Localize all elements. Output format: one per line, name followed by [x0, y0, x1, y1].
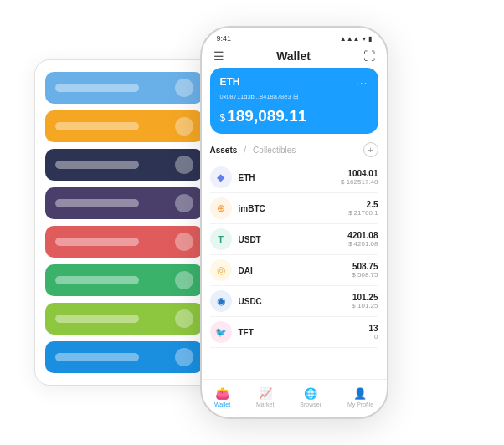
usdt-asset-amount: 4201.08	[347, 231, 378, 240]
usdc-asset-name: USDC	[239, 297, 352, 306]
usdt-asset-icon: T	[210, 228, 232, 250]
assets-tabs: Assets / Collectibles	[210, 146, 296, 155]
phone-header: ☰ Wallet ⛶	[202, 46, 387, 68]
tft-asset-icon: 🐦	[210, 321, 232, 343]
phone-body: ETH ··· 0x08711d3b...8418a78e3 ⊞ $189,08…	[202, 68, 387, 379]
usdc-asset-usd: $ 101.25	[352, 302, 378, 309]
nav-browser[interactable]: 🌐 Browser	[300, 387, 321, 407]
usdt-asset-usd: $ 4201.08	[347, 240, 378, 248]
bg-row-text-1	[55, 84, 139, 92]
bg-row-text-8	[55, 353, 139, 361]
phone: 9:41 ▲▲▲ ▾ ▮ ☰ Wallet ⛶ ETH ··· 0x08711d…	[200, 26, 388, 419]
bg-row-4	[45, 187, 203, 219]
bg-row-2	[45, 110, 203, 142]
battery-icon: ▮	[368, 35, 372, 43]
assets-header: Assets / Collectibles +	[210, 142, 378, 157]
scene: 9:41 ▲▲▲ ▾ ▮ ☰ Wallet ⛶ ETH ··· 0x08711d…	[9, 9, 495, 436]
eth-currency-symbol: $	[220, 112, 226, 124]
asset-list: ◆ ETH 1004.01 $ 162517.48 ⊕ imBTC 2.5	[210, 162, 378, 379]
page-title: Wallet	[276, 49, 311, 63]
add-asset-button[interactable]: +	[363, 142, 378, 157]
bg-row-text-3	[55, 161, 139, 169]
bg-row-5	[45, 226, 203, 258]
usdc-asset-icon: ◉	[210, 290, 232, 312]
eth-label: ETH	[220, 76, 240, 88]
bg-row-text-2	[55, 122, 139, 130]
profile-nav-icon: 👤	[353, 387, 367, 400]
asset-row-tft[interactable]: 🐦 TFT 13 0	[210, 317, 378, 348]
bg-row-1	[45, 72, 203, 104]
tab-collectibles[interactable]: Collectibles	[253, 146, 296, 155]
market-nav-icon: 📈	[259, 387, 272, 400]
bg-row-text-7	[55, 315, 139, 323]
wifi-icon: ▾	[363, 35, 366, 43]
asset-row-dai[interactable]: ◎ DAI 508.75 $ 508.75	[210, 255, 378, 286]
status-time: 9:41	[217, 34, 232, 43]
eth-menu-dots[interactable]: ···	[356, 76, 368, 90]
eth-amount-value: 189,089.11	[227, 107, 306, 125]
imbtc-asset-usd: $ 21760.1	[348, 209, 378, 217]
bg-row-icon-1	[175, 79, 193, 97]
bottom-nav: 👛 Wallet 📈 Market 🌐 Browser 👤 My Profile	[202, 379, 387, 417]
bg-row-icon-5	[175, 233, 193, 251]
tft-asset-name: TFT	[239, 328, 369, 337]
usdt-asset-name: USDT	[239, 235, 348, 244]
dai-icon-symbol: ◎	[217, 264, 225, 276]
signal-icon: ▲▲▲	[340, 35, 360, 43]
nav-wallet[interactable]: 👛 Wallet	[214, 386, 230, 407]
bg-row-text-5	[55, 238, 139, 246]
eth-address: 0x08711d3b...8418a78e3 ⊞	[220, 93, 368, 100]
imbtc-asset-values: 2.5 $ 21760.1	[348, 200, 378, 217]
bg-row-text-6	[55, 276, 139, 284]
bg-row-7	[45, 303, 203, 335]
bg-row-8	[45, 341, 203, 373]
eth-icon-symbol: ◆	[217, 171, 224, 183]
asset-row-imbtc[interactable]: ⊕ imBTC 2.5 $ 21760.1	[210, 193, 378, 224]
status-bar: 9:41 ▲▲▲ ▾ ▮	[202, 28, 387, 46]
imbtc-asset-icon: ⊕	[210, 197, 232, 219]
eth-asset-icon: ◆	[210, 166, 232, 188]
eth-balance: $189,089.11	[220, 107, 368, 125]
profile-nav-label: My Profile	[347, 402, 373, 407]
status-icons: ▲▲▲ ▾ ▮	[340, 35, 372, 43]
eth-asset-amount: 1004.01	[341, 169, 378, 178]
usdc-asset-amount: 101.25	[352, 293, 378, 302]
eth-asset-values: 1004.01 $ 162517.48	[341, 169, 378, 186]
tft-asset-values: 13 0	[368, 324, 378, 340]
bg-row-icon-6	[175, 271, 193, 289]
add-icon: +	[368, 145, 373, 155]
asset-row-eth[interactable]: ◆ ETH 1004.01 $ 162517.48	[210, 162, 378, 193]
asset-row-usdt[interactable]: T USDT 4201.08 $ 4201.08	[210, 224, 378, 255]
tft-asset-amount: 13	[368, 324, 378, 333]
asset-row-usdc[interactable]: ◉ USDC 101.25 $ 101.25	[210, 286, 378, 317]
usdt-asset-values: 4201.08 $ 4201.08	[347, 231, 378, 248]
dai-asset-amount: 508.75	[352, 262, 378, 271]
eth-asset-usd: $ 162517.48	[341, 178, 378, 186]
browser-nav-icon: 🌐	[304, 387, 317, 400]
background-card	[34, 59, 214, 386]
bg-row-icon-7	[175, 309, 193, 328]
tab-separator: /	[244, 146, 246, 155]
usdc-asset-values: 101.25 $ 101.25	[352, 293, 378, 309]
wallet-nav-icon: 👛	[215, 386, 229, 400]
imbtc-asset-name: imBTC	[239, 204, 348, 213]
bg-row-6	[45, 264, 203, 296]
nav-market[interactable]: 📈 Market	[256, 387, 274, 407]
dai-asset-values: 508.75 $ 508.75	[352, 262, 378, 279]
eth-asset-name: ETH	[239, 173, 342, 182]
menu-icon[interactable]: ☰	[213, 49, 224, 63]
browser-nav-label: Browser	[300, 402, 321, 407]
bg-row-3	[45, 149, 203, 181]
usdc-icon-symbol: ◉	[217, 295, 225, 307]
expand-icon[interactable]: ⛶	[363, 49, 375, 63]
bg-row-icon-2	[175, 117, 193, 136]
tft-icon-symbol: 🐦	[215, 327, 227, 338]
dai-asset-name: DAI	[239, 266, 352, 275]
nav-profile[interactable]: 👤 My Profile	[347, 387, 373, 407]
tab-assets[interactable]: Assets	[210, 146, 238, 155]
eth-card[interactable]: ETH ··· 0x08711d3b...8418a78e3 ⊞ $189,08…	[210, 68, 378, 134]
bg-row-text-4	[55, 199, 139, 207]
imbtc-asset-amount: 2.5	[348, 200, 378, 209]
usdt-icon-symbol: T	[218, 234, 224, 244]
dai-asset-usd: $ 508.75	[352, 271, 378, 279]
